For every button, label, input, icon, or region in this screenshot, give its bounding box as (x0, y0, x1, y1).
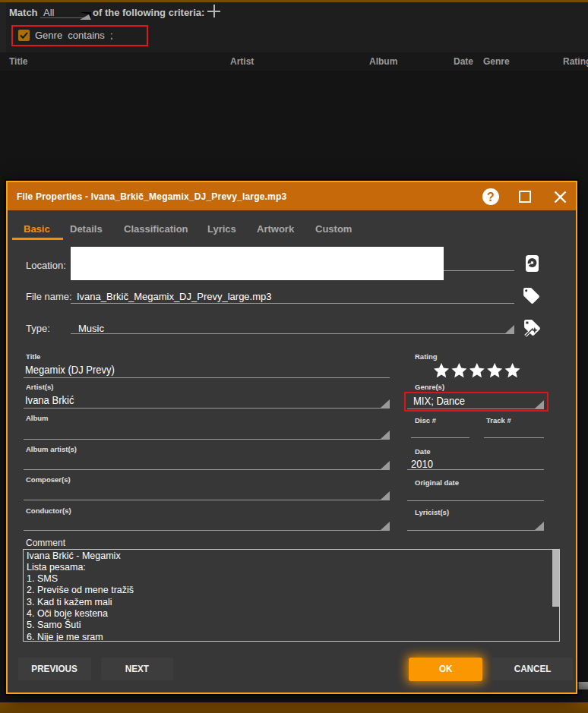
svg-text:?: ? (487, 191, 495, 203)
